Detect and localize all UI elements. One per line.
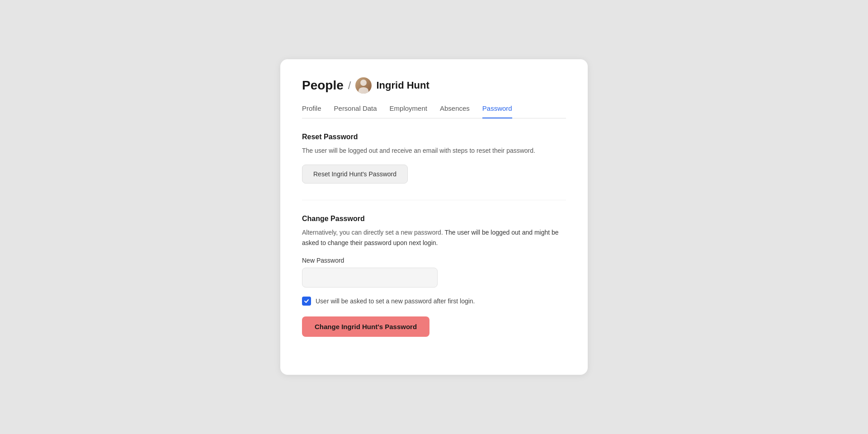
- reset-section-description: The user will be logged out and receive …: [302, 146, 566, 156]
- tab-profile[interactable]: Profile: [302, 104, 321, 118]
- reset-password-section: Reset Password The user will be logged o…: [302, 133, 566, 184]
- tab-password[interactable]: Password: [482, 104, 512, 118]
- tab-bar: Profile Personal Data Employment Absence…: [302, 104, 566, 118]
- avatar: [355, 77, 372, 94]
- reset-password-button[interactable]: Reset Ingrid Hunt's Password: [302, 165, 408, 184]
- checkmark-icon: [304, 298, 309, 304]
- reset-section-title: Reset Password: [302, 133, 566, 141]
- new-password-label: New Password: [302, 257, 566, 264]
- change-section-description: Alternatively, you can directly set a ne…: [302, 227, 566, 248]
- breadcrumb-user: Ingrid Hunt: [355, 77, 429, 94]
- breadcrumb-separator: /: [348, 79, 351, 92]
- change-password-button[interactable]: Change Ingrid Hunt's Password: [302, 316, 429, 337]
- section-divider: [302, 200, 566, 200]
- breadcrumb: People / Ingrid Hunt: [302, 77, 566, 94]
- change-desc-part1: Alternatively, you can directly set a ne…: [302, 229, 443, 236]
- change-section-title: Change Password: [302, 215, 566, 223]
- change-password-section: Change Password Alternatively, you can d…: [302, 215, 566, 337]
- force-password-change-checkbox[interactable]: [302, 297, 311, 306]
- checkbox-label: User will be asked to set a new password…: [316, 297, 475, 305]
- tab-personal-data[interactable]: Personal Data: [334, 104, 377, 118]
- tab-absences[interactable]: Absences: [440, 104, 470, 118]
- main-card: People / Ingrid Hunt Profile Personal Da…: [280, 59, 588, 375]
- tab-employment[interactable]: Employment: [390, 104, 427, 118]
- new-password-input[interactable]: [302, 268, 438, 288]
- breadcrumb-people: People: [302, 78, 344, 93]
- checkbox-row: User will be asked to set a new password…: [302, 297, 566, 306]
- breadcrumb-user-name: Ingrid Hunt: [376, 80, 429, 91]
